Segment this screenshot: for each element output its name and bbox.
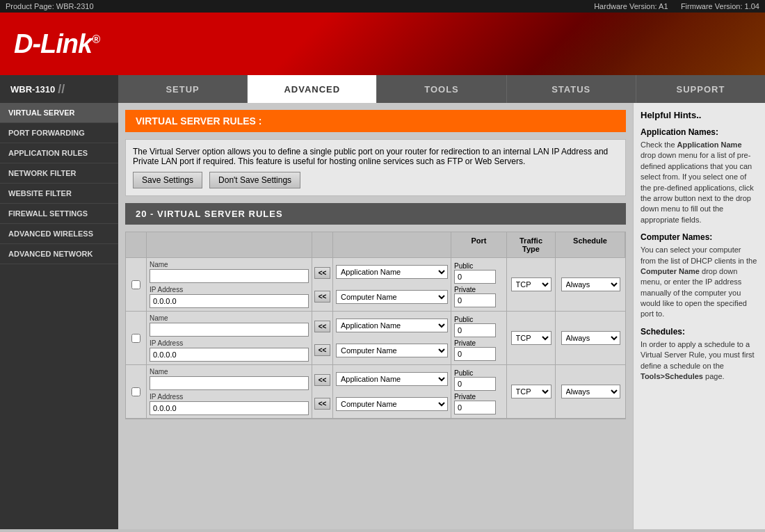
page-title: VIRTUAL SERVER RULES : [125, 110, 626, 132]
rule3-comp-arrow-btn[interactable]: << [314, 398, 331, 410]
rule1-checkbox[interactable] [131, 280, 140, 289]
hints-comp-names-text: You can select your computer from the li… [641, 245, 758, 320]
rule2-comp-arrow-btn[interactable]: << [314, 344, 331, 356]
main-layout: VIRTUAL SERVER PORT FORWARDING APPLICATI… [0, 103, 765, 529]
rule2-ip-label: IP Address [150, 339, 309, 347]
nav-logo-text: WBR-1310 [10, 84, 55, 95]
rule3-app-comp-cell: Application Name Computer Name [333, 365, 451, 418]
sidebar-item-advanced-network[interactable]: ADVANCED NETWORK [0, 244, 118, 264]
rule3-name-input[interactable] [150, 376, 309, 390]
rule2-checkbox[interactable] [131, 334, 140, 343]
top-bar: Product Page: WBR-2310 Hardware Version:… [0, 0, 765, 13]
rule1-ip-label: IP Address [150, 286, 309, 293]
hints-app-bold: Application Name [677, 140, 742, 149]
rule1-name-label: Name [150, 261, 309, 268]
rule2-comp-select[interactable]: Computer Name [336, 344, 448, 357]
content-hints-wrapper: VIRTUAL SERVER RULES : The Virtual Serve… [118, 103, 765, 529]
sidebar-item-website-filter[interactable]: WEBSITE FILTER [0, 184, 118, 204]
rule3-app-select[interactable]: Application Name [336, 372, 448, 386]
header: D-Link® [0, 13, 765, 75]
rule1-private-port[interactable] [454, 293, 496, 307]
sidebar: VIRTUAL SERVER PORT FORWARDING APPLICATI… [0, 103, 118, 529]
nav-bar: WBR-1310 // SETUP ADVANCED TOOLS STATUS … [0, 75, 765, 103]
rule2-checkbox-cell [126, 312, 147, 364]
save-settings-button[interactable]: Save Settings [133, 172, 202, 188]
hints-schedules-text: In order to apply a schedule to a Virtua… [641, 339, 758, 382]
hints-title: Helpful Hints.. [641, 110, 758, 120]
rule1-comp-arrow-btn[interactable]: << [314, 291, 331, 303]
nav-tab-tools[interactable]: TOOLS [377, 75, 506, 103]
rule3-ip-label: IP Address [150, 393, 309, 401]
nav-tab-setup[interactable]: SETUP [118, 75, 248, 103]
rule3-comp-select[interactable]: Computer Name [336, 397, 448, 411]
sidebar-item-port-forwarding[interactable]: PORT FORWARDING [0, 123, 118, 143]
nav-tab-advanced[interactable]: ADVANCED [248, 75, 377, 103]
th-name-ip [147, 232, 312, 257]
header-decoration [487, 13, 765, 75]
rule1-checkbox-cell [126, 258, 147, 311]
rule2-app-arrow-btn[interactable]: << [314, 321, 331, 332]
th-port: Port [451, 232, 507, 257]
rule1-traffic-select[interactable]: TCPUDPBoth [511, 277, 551, 291]
hints-schedules-title: Schedules: [641, 327, 758, 337]
th-checkbox [126, 232, 147, 257]
rule2-app-select[interactable]: Application Name [336, 319, 448, 332]
content-area: VIRTUAL SERVER RULES : The Virtual Serve… [118, 103, 633, 529]
rule3-public-label: Public [454, 369, 504, 377]
rule1-name-ip-cell: Name IP Address [147, 258, 312, 311]
nav-tab-support[interactable]: SUPPORT [636, 75, 765, 103]
rule2-name-label: Name [150, 314, 309, 322]
rule2-arrow-cell: << << [312, 312, 333, 364]
rule3-port-cell: Public Private [451, 365, 507, 418]
rule1-arrow-cell: << << [312, 258, 333, 311]
rule3-public-port[interactable] [454, 377, 496, 391]
rule2-traffic-cell: TCPUDPBoth [507, 312, 556, 364]
product-page-label: Product Page: WBR-2310 [6, 2, 94, 10]
rule3-private-label: Private [454, 393, 504, 401]
rule1-schedule-cell: Always [556, 258, 625, 311]
rule3-name-ip-cell: Name IP Address [147, 365, 312, 418]
hints-schedules-bold: Tools>Schedules [641, 372, 703, 380]
th-traffic: TrafficType [507, 232, 556, 257]
nav-tabs: SETUP ADVANCED TOOLS STATUS SUPPORT [118, 75, 765, 103]
rule3-schedule-select[interactable]: Always [561, 385, 620, 398]
rule1-comp-select[interactable]: Computer Name [336, 290, 448, 304]
sidebar-item-advanced-wireless[interactable]: ADVANCED WIRELESS [0, 224, 118, 244]
sidebar-item-network-filter[interactable]: NETWORK FILTER [0, 163, 118, 184]
sidebar-item-application-rules[interactable]: APPLICATION RULES [0, 143, 118, 163]
table-header: Port TrafficType Schedule [126, 232, 625, 258]
sidebar-item-firewall-settings[interactable]: FIREWALL SETTINGS [0, 204, 118, 224]
rule2-port-cell: Public Private [451, 312, 507, 364]
rule2-public-port[interactable] [454, 323, 496, 337]
rule3-ip-input[interactable] [150, 401, 309, 415]
th-schedule: Schedule [556, 232, 625, 257]
rule2-traffic-select[interactable]: TCPUDPBoth [511, 331, 551, 345]
hints-app-names-title: Application Names: [641, 127, 758, 137]
rule2-ip-input[interactable] [150, 348, 309, 362]
rule3-traffic-select[interactable]: TCPUDPBoth [511, 385, 551, 398]
rule1-traffic-cell: TCPUDPBoth [507, 258, 556, 311]
rule1-app-select[interactable]: Application Name [336, 265, 448, 279]
nav-tab-status[interactable]: STATUS [507, 75, 636, 103]
dont-save-settings-button[interactable]: Don't Save Settings [209, 172, 300, 188]
rule1-name-input[interactable] [150, 269, 309, 283]
logo-text: D-Link [14, 29, 92, 58]
rule2-public-label: Public [454, 316, 504, 323]
rule3-app-arrow-btn[interactable]: << [314, 374, 331, 386]
rule3-private-port[interactable] [454, 401, 496, 414]
rule1-app-arrow-btn[interactable]: << [314, 267, 331, 279]
rule2-private-port[interactable] [454, 347, 496, 361]
rule1-schedule-select[interactable]: Always [561, 277, 620, 291]
description-text: The Virtual Server option allows you to … [133, 147, 618, 166]
rule2-name-input[interactable] [150, 323, 309, 337]
rule2-private-label: Private [454, 339, 504, 347]
rule1-ip-input[interactable] [150, 294, 309, 308]
nav-logo: WBR-1310 // [0, 75, 118, 103]
sidebar-item-virtual-server[interactable]: VIRTUAL SERVER [0, 103, 118, 123]
dlink-logo: D-Link® [14, 29, 99, 59]
rule2-schedule-select[interactable]: Always [561, 331, 620, 345]
rule1-public-port[interactable] [454, 270, 496, 284]
hints-comp-names-title: Computer Names: [641, 232, 758, 242]
rule2-name-ip-cell: Name IP Address [147, 312, 312, 364]
rule3-checkbox[interactable] [131, 387, 140, 396]
